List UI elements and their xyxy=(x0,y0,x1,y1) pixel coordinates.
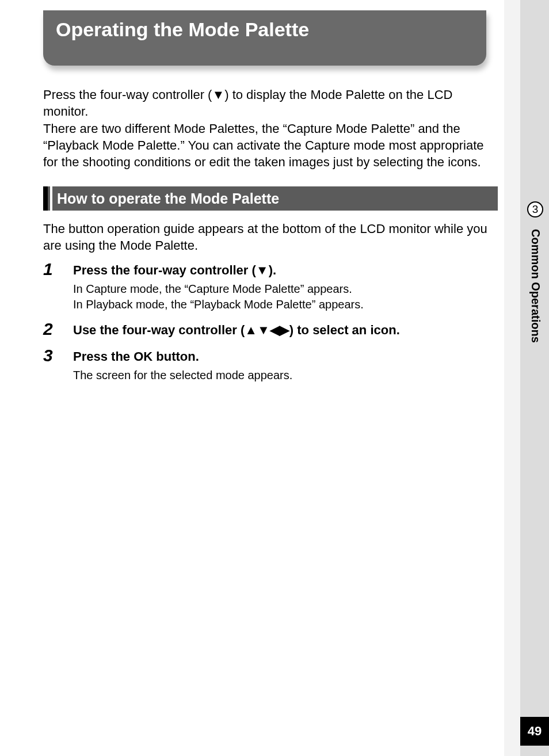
subheading-bar: How to operate the Mode Palette xyxy=(43,186,498,211)
content-area: Operating the Mode Palette Press the fou… xyxy=(43,10,498,391)
step-item: 2 Use the four-way controller (▲▼◀▶) to … xyxy=(43,320,498,345)
step-body: Press the four-way controller (▼). In Ca… xyxy=(73,261,498,318)
page-title-bar: Operating the Mode Palette xyxy=(43,10,486,66)
subheading-text: How to operate the Mode Palette xyxy=(52,186,498,211)
steps-list: 1 Press the four-way controller (▼). In … xyxy=(43,261,498,388)
step-number: 3 xyxy=(43,347,73,364)
step-number: 2 xyxy=(43,320,73,338)
step-title: Press the four-way controller (▼). xyxy=(73,262,498,279)
subheading-accent xyxy=(43,186,48,211)
step-title: Press the OK button. xyxy=(73,348,498,365)
step-number: 1 xyxy=(43,261,73,278)
section-label: Common Operations xyxy=(529,229,541,379)
step-title: Use the four-way controller (▲▼◀▶) to se… xyxy=(73,322,498,339)
intro-paragraph: Press the four-way controller (▼) to dis… xyxy=(43,86,498,170)
step-item: 3 Press the OK button. The screen for th… xyxy=(43,347,498,389)
right-rail: 3 Common Operations 49 xyxy=(504,0,549,756)
chapter-number-badge: 3 xyxy=(527,201,543,217)
page-number: 49 xyxy=(520,717,549,746)
step-body: Press the OK button. The screen for the … xyxy=(73,347,498,389)
step-item: 1 Press the four-way controller (▼). In … xyxy=(43,261,498,318)
step-detail: In Capture mode, the “Capture Mode Palet… xyxy=(73,281,498,312)
manual-page: 3 Common Operations 49 Operating the Mod… xyxy=(0,0,549,756)
section-label-text: Common Operations xyxy=(529,229,542,343)
sub-intro-paragraph: The button operation guide appears at th… xyxy=(43,221,498,254)
step-detail: The screen for the selected mode appears… xyxy=(73,368,498,383)
step-body: Use the four-way controller (▲▼◀▶) to se… xyxy=(73,320,498,345)
page-title: Operating the Mode Palette xyxy=(56,18,309,41)
